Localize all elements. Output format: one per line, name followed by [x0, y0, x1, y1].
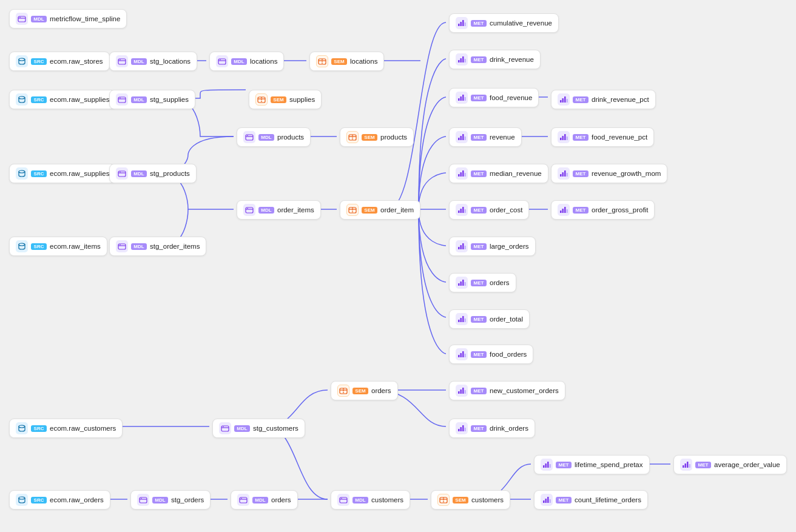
- node-label-products_sem: products: [380, 133, 407, 141]
- svg-rect-105: [462, 280, 464, 286]
- node-label-orders_mdl: orders: [271, 496, 291, 503]
- met-badge: MET: [471, 56, 487, 63]
- node-label-order_total: order_total: [490, 315, 523, 323]
- node-order_total[interactable]: METorder_total: [449, 309, 530, 329]
- node-cumulative_revenue[interactable]: METcumulative_revenue: [449, 13, 559, 33]
- node-products_mdl[interactable]: MDLproducts: [237, 127, 311, 147]
- node-label-stg_customers: stg_customers: [253, 425, 298, 432]
- node-customers_mdl[interactable]: MDLcustomers: [331, 490, 410, 510]
- svg-rect-45: [246, 207, 253, 213]
- node-stg_orders[interactable]: MDLstg_orders: [130, 490, 211, 510]
- svg-rect-100: [460, 245, 462, 249]
- node-ecom_raw_orders[interactable]: SRCecom.raw_orders: [9, 490, 110, 510]
- node-orders_mdl[interactable]: MDLorders: [231, 490, 298, 510]
- node-order_items_mdl[interactable]: MDLorder_items: [237, 200, 321, 220]
- svg-rect-29: [118, 97, 126, 103]
- node-order_gross_profit[interactable]: METorder_gross_profit: [551, 200, 655, 220]
- node-label-stg_locations: stg_locations: [150, 58, 191, 65]
- node-orders_sem[interactable]: SEMorders: [331, 381, 398, 400]
- node-products_sem[interactable]: SEMproducts: [340, 127, 414, 147]
- node-orders_met[interactable]: METorders: [449, 273, 516, 292]
- node-drink_revenue[interactable]: METdrink_revenue: [449, 50, 541, 69]
- mdl-icon: [243, 131, 255, 143]
- node-stg_order_items[interactable]: MDLstg_order_items: [109, 237, 206, 256]
- svg-rect-76: [460, 22, 462, 26]
- mdl-badge: MDL: [31, 16, 47, 22]
- svg-rect-114: [465, 354, 467, 357]
- svg-point-65: [141, 498, 142, 499]
- node-label-large_orders: large_orders: [490, 243, 529, 250]
- node-label-customers_sem: customers: [471, 496, 504, 503]
- node-food_revenue[interactable]: METfood_revenue: [449, 88, 539, 107]
- svg-rect-149: [547, 497, 549, 503]
- node-food_revenue_pct[interactable]: METfood_revenue_pct: [551, 127, 654, 147]
- node-label-ecom_raw_customers: ecom.raw_customers: [50, 425, 116, 432]
- mdl-icon: [116, 167, 128, 180]
- src-icon: [16, 422, 28, 434]
- node-drink_orders[interactable]: METdrink_orders: [449, 419, 535, 438]
- svg-point-24: [220, 59, 221, 61]
- svg-rect-136: [562, 209, 564, 213]
- met-icon: [456, 240, 468, 252]
- mdl-icon: [116, 240, 128, 252]
- node-locations_mdl[interactable]: MDLlocations: [209, 52, 284, 71]
- node-revenue_growth_mom[interactable]: METrevenue_growth_mom: [551, 164, 667, 183]
- met-badge: MET: [471, 425, 487, 432]
- svg-point-51: [19, 243, 25, 246]
- svg-rect-86: [465, 97, 467, 101]
- src-icon: [16, 167, 28, 180]
- node-large_orders[interactable]: METlarge_orders: [449, 237, 536, 256]
- node-order_cost[interactable]: METorder_cost: [449, 200, 529, 220]
- mdl-icon: [243, 204, 255, 216]
- node-label-lifetime_spend_pretax: lifetime_spend_pretax: [575, 461, 643, 468]
- src-badge: SRC: [31, 425, 47, 432]
- met-badge: MET: [471, 280, 487, 286]
- mdl-badge: MDL: [152, 497, 168, 503]
- svg-rect-66: [240, 497, 247, 503]
- node-drink_revenue_pct[interactable]: METdrink_revenue_pct: [551, 90, 656, 109]
- node-stg_locations[interactable]: MDLstg_locations: [109, 52, 197, 71]
- node-label-food_revenue: food_revenue: [490, 94, 532, 101]
- node-supplies_sem[interactable]: SEMsupplies: [249, 90, 322, 109]
- met-badge: MET: [471, 95, 487, 101]
- node-new_customer_orders[interactable]: METnew_customer_orders: [449, 381, 565, 400]
- svg-rect-85: [462, 95, 464, 101]
- node-average_order_value[interactable]: METaverage_order_value: [673, 455, 787, 474]
- node-stg_supplies[interactable]: MDLstg_supplies: [109, 90, 195, 109]
- node-stg_products[interactable]: MDLstg_products: [109, 164, 197, 183]
- node-ecom_raw_supplies2[interactable]: SRCecom.raw_supplies: [9, 164, 116, 183]
- node-locations_sem[interactable]: SEMlocations: [309, 52, 384, 71]
- node-label-revenue: revenue: [490, 133, 515, 141]
- mdl-badge: MDL: [252, 497, 268, 503]
- svg-rect-35: [246, 135, 253, 140]
- svg-rect-95: [458, 210, 460, 213]
- met-icon: [456, 92, 468, 104]
- node-food_orders[interactable]: METfood_orders: [449, 345, 533, 364]
- src-icon: [16, 240, 28, 252]
- sem-icon: [337, 385, 349, 397]
- svg-rect-92: [460, 172, 462, 177]
- node-order_item_sem[interactable]: SEMorder_item: [340, 200, 420, 220]
- mdl-icon: [16, 13, 28, 25]
- node-ecom_raw_stores[interactable]: SRCecom.raw_stores: [9, 52, 110, 71]
- met-icon: [456, 385, 468, 397]
- svg-rect-150: [550, 499, 551, 503]
- svg-rect-117: [462, 388, 464, 394]
- node-ecom_raw_customers[interactable]: SRCecom.raw_customers: [9, 419, 123, 438]
- svg-point-47: [247, 208, 248, 209]
- node-customers_sem[interactable]: SEMcustomers: [431, 490, 510, 510]
- node-label-revenue_growth_mom: revenue_growth_mom: [592, 170, 661, 177]
- node-count_lifetime_orders[interactable]: METcount_lifetime_orders: [534, 490, 648, 510]
- node-median_revenue[interactable]: METmedian_revenue: [449, 164, 548, 183]
- node-stg_customers[interactable]: MDLstg_customers: [212, 419, 305, 438]
- node-lifetime_spend_pretax[interactable]: METlifetime_spend_pretax: [534, 455, 650, 474]
- connector-lines: [0, 0, 796, 532]
- node-ecom_raw_items[interactable]: SRCecom.raw_items: [9, 237, 107, 256]
- svg-rect-15: [18, 16, 25, 22]
- svg-rect-148: [545, 499, 547, 503]
- node-revenue[interactable]: METrevenue: [449, 127, 522, 147]
- node-metricflow_time_spline[interactable]: MDLmetricflow_time_spline: [9, 9, 127, 29]
- svg-rect-63: [140, 497, 147, 503]
- svg-rect-75: [458, 24, 460, 26]
- node-ecom_raw_supplies[interactable]: SRCecom.raw_supplies: [9, 90, 116, 109]
